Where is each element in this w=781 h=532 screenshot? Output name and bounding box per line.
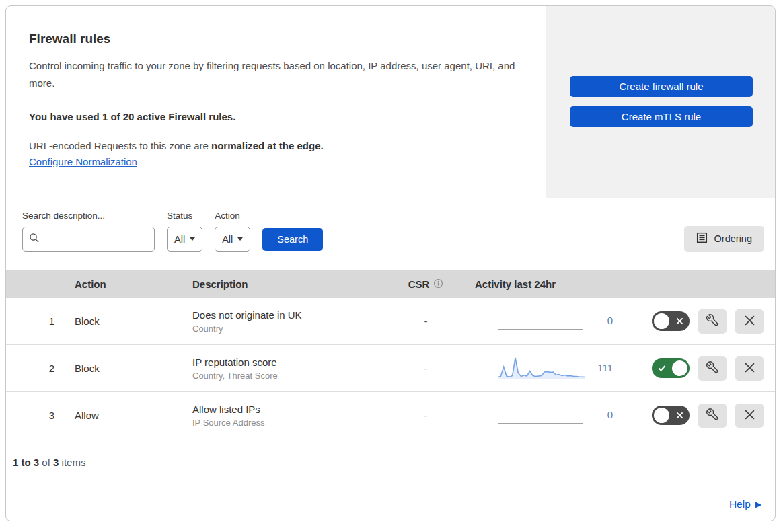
table-header-row: Action Description CSR Activity last 24h… [6,270,775,298]
action-select[interactable]: All [215,227,250,252]
help-row: Help▶ [6,488,775,521]
status-group: Status All [167,211,202,252]
search-label: Search description... [22,211,155,221]
rule-description-title: Allow listed IPs [192,404,389,415]
create-firewall-rule-button[interactable]: Create firewall rule [570,76,753,97]
search-group: Search description... [22,211,155,252]
rule-controls [628,309,775,334]
normalization-bold: normalized at the edge. [211,140,324,151]
status-select-value: All [174,234,185,245]
rule-action: Block [69,315,187,327]
ordering-button[interactable]: Ordering [684,226,764,252]
activity-count-link[interactable]: 0 [606,409,614,422]
summary-items: items [62,457,86,468]
rule-csr: - [389,315,463,327]
table-summary: 1 to 3 of 3 items [6,439,775,488]
status-select[interactable]: All [167,227,202,252]
toggle-x-icon [676,311,683,331]
activity-sparkline-empty [498,403,585,428]
info-icon[interactable] [433,278,443,291]
rule-description: Does not originate in UK Country [187,309,389,334]
help-link[interactable]: Help▶ [729,498,761,510]
summary-range: 1 to 3 [13,457,39,468]
summary-of: of [42,457,50,468]
configure-normalization-link[interactable]: Configure Normalization [29,156,137,167]
close-icon [744,362,755,375]
rule-description-fields: Country, Threat Score [192,371,389,381]
rule-description-title: IP reputation score [192,356,389,368]
summary-total: 3 [53,457,59,468]
toggle-knob [654,408,669,423]
rule-controls [628,356,775,381]
rule-priority: 3 [6,410,69,421]
arrow-right-icon: ▶ [755,500,761,509]
firewall-rules-card: Firewall rules Control incoming traffic … [5,5,776,521]
wrench-icon [706,361,718,375]
rule-enabled-toggle[interactable] [652,358,690,378]
delete-rule-button[interactable] [735,404,764,428]
rule-description-fields: Country [192,324,389,334]
toggle-knob [654,313,669,329]
rule-controls [628,404,775,428]
rule-activity: 0 [463,309,628,334]
activity-count-link[interactable]: 0 [606,315,614,328]
toggle-check-icon [658,358,666,378]
rule-csr: - [389,363,463,374]
rule-description: Allow listed IPs IP Source Address [187,404,389,428]
page-description: Control incoming traffic to your zone by… [29,57,519,92]
status-label: Status [167,211,202,221]
action-select-value: All [222,234,233,245]
chevron-down-icon [190,237,195,241]
rule-csr: - [389,410,463,421]
activity-sparkline [498,356,585,381]
rule-enabled-toggle[interactable] [652,311,690,331]
rules-table: Action Description CSR Activity last 24h… [6,270,775,439]
wrench-icon [706,314,718,328]
close-icon [744,315,755,328]
page-title: Firewall rules [29,32,519,46]
header-text-block: Firewall rules Control incoming traffic … [6,6,546,198]
activity-count-link[interactable]: 111 [596,362,614,375]
toggle-knob [672,360,687,376]
rule-description-fields: IP Source Address [192,418,389,428]
csr-column-header: CSR [389,278,463,291]
rule-activity: 0 [463,403,628,428]
rule-description: IP reputation score Country, Threat Scor… [187,356,389,381]
search-icon [29,233,40,246]
activity-sparkline-empty [498,309,585,334]
help-link-label: Help [729,498,751,510]
rule-priority: 2 [6,363,69,374]
search-input[interactable] [44,234,148,245]
filter-bar: Search description... Status All Action … [6,198,775,270]
ordering-button-label: Ordering [714,233,752,244]
close-icon [744,409,755,422]
rule-description-title: Does not originate in UK [192,309,389,321]
rule-enabled-toggle[interactable] [652,406,690,425]
action-column-header: Action [69,278,187,290]
edit-rule-button[interactable] [698,356,727,381]
rule-priority: 1 [6,315,69,327]
rule-action: Allow [69,410,187,421]
header-section: Firewall rules Control incoming traffic … [6,6,775,198]
search-box[interactable] [22,227,155,252]
usage-text: You have used 1 of 20 active Firewall ru… [29,111,519,122]
rule-activity: 111 [463,356,628,381]
delete-rule-button[interactable] [735,356,764,381]
description-column-header: Description [187,278,389,290]
table-row: 3 Allow Allow listed IPs IP Source Addre… [6,392,775,439]
edit-rule-button[interactable] [698,404,727,428]
activity-column-header: Activity last 24hr [463,278,628,290]
action-label: Action [215,211,250,221]
actions-panel: Create firewall rule Create mTLS rule [546,6,775,198]
search-button[interactable]: Search [262,228,323,251]
normalization-text: URL-encoded Requests to this zone are no… [29,140,519,151]
rule-action: Block [69,363,187,374]
delete-rule-button[interactable] [735,309,764,334]
wrench-icon [706,408,718,422]
action-group: Action All [215,211,250,252]
create-mtls-rule-button[interactable]: Create mTLS rule [570,106,753,127]
ordering-list-icon [696,232,708,245]
table-row: 2 Block IP reputation score Country, Thr… [6,345,775,392]
edit-rule-button[interactable] [698,309,727,334]
table-row: 1 Block Does not originate in UK Country… [6,298,775,345]
